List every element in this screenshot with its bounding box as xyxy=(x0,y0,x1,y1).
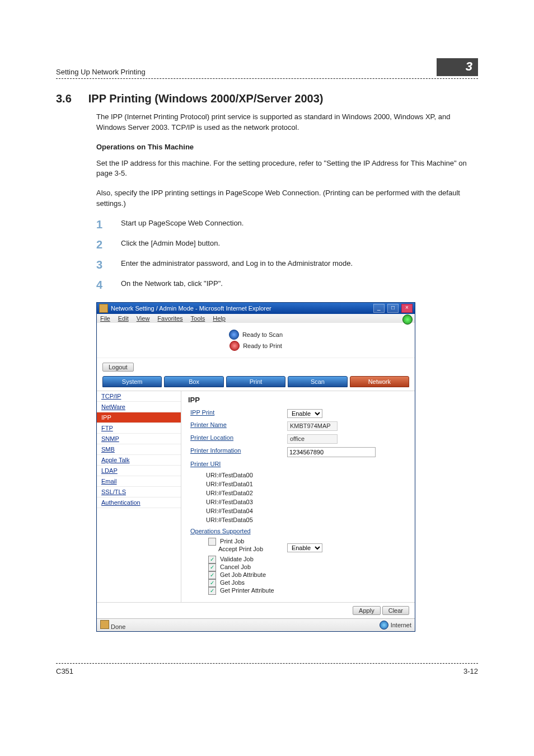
maximize-button[interactable]: □ xyxy=(387,304,399,313)
statusbar-left: Done xyxy=(100,620,125,630)
browser-titlebar: Network Setting / Admin Mode - Microsoft… xyxy=(97,303,415,314)
ready-print-label: Ready to Print xyxy=(243,342,282,349)
checkbox-icon[interactable]: ✓ xyxy=(208,564,216,571)
printer-uri-label[interactable]: Printer URI xyxy=(188,459,408,469)
op-label: Cancel Job xyxy=(220,564,251,570)
scan-dot-icon xyxy=(229,330,239,340)
accept-print-job-select[interactable]: Enable xyxy=(287,543,322,552)
browser-menubar: File Edit View Favorites Tools Help xyxy=(97,314,415,323)
tab-box[interactable]: Box xyxy=(164,376,223,387)
running-head: Setting Up Network Printing xyxy=(56,68,146,76)
menu-edit[interactable]: Edit xyxy=(118,315,129,322)
sidebar-item-tcpip[interactable]: TCP/IP xyxy=(97,391,181,402)
ipp-panel: IPP IPP Print Enable Printer Name xyxy=(181,391,415,603)
chapter-badge: 3 xyxy=(437,58,478,76)
step-text: On the Network tab, click "IPP". xyxy=(121,279,478,289)
browser-statusbar: Done Internet xyxy=(97,618,415,631)
print-dot-icon xyxy=(229,341,240,351)
menu-help[interactable]: Help xyxy=(213,315,226,322)
footer-left: C351 xyxy=(56,667,73,675)
status-banner: Ready to Scan Ready to Print xyxy=(97,323,415,358)
checkbox-icon[interactable]: ✓ xyxy=(208,556,216,564)
app-icon xyxy=(100,620,109,629)
sidebar-item-authentication[interactable]: Authentication xyxy=(97,497,181,508)
uri-item: URI:#TestData02 xyxy=(206,489,406,497)
uri-item: URI:#TestData01 xyxy=(206,480,406,489)
operations-supported-label[interactable]: Operations Supported xyxy=(188,526,408,536)
internet-zone-icon xyxy=(380,621,388,630)
printer-location-value: office xyxy=(287,434,338,444)
sidebar-item-ssltls[interactable]: SSL/TLS xyxy=(97,487,181,497)
panel-heading: IPP xyxy=(188,396,408,404)
printer-name-value: KMBT974MAP xyxy=(287,421,338,431)
step-number: 4 xyxy=(96,279,109,291)
sidebar-item-appletalk[interactable]: Apple Talk xyxy=(97,455,181,466)
op-row: ✓ Get Jobs xyxy=(208,579,406,587)
step-number: 2 xyxy=(96,238,109,251)
ipp-print-select[interactable]: Enable xyxy=(287,409,322,418)
checkbox-icon[interactable]: ✓ xyxy=(208,579,216,587)
uri-item: URI:#TestData00 xyxy=(206,471,406,480)
minimize-button[interactable]: _ xyxy=(373,304,385,313)
printer-information-label[interactable]: Printer Information xyxy=(188,445,285,459)
menu-tools[interactable]: Tools xyxy=(191,315,205,322)
sidebar-item-ldap[interactable]: LDAP xyxy=(97,466,181,476)
sidebar-item-netware[interactable]: NetWare xyxy=(97,402,181,412)
menu-file[interactable]: File xyxy=(100,315,110,322)
clear-button[interactable]: Clear xyxy=(382,606,409,615)
printer-location-label[interactable]: Printer Location xyxy=(188,433,285,445)
op-label: Accept Print Job xyxy=(218,546,263,552)
statusbar-right: Internet xyxy=(391,622,411,628)
tab-print[interactable]: Print xyxy=(226,376,285,387)
tab-scan[interactable]: Scan xyxy=(288,376,347,387)
app-icon xyxy=(99,304,108,313)
close-button[interactable]: × xyxy=(401,304,413,313)
printer-information-input[interactable] xyxy=(287,447,376,457)
checkbox-icon[interactable]: ✓ xyxy=(208,587,216,595)
intro-paragraph: The IPP (Internet Printing Protocol) pri… xyxy=(96,112,478,133)
op-label: Validate Job xyxy=(220,556,254,562)
printer-name-label[interactable]: Printer Name xyxy=(188,420,285,433)
op-label: Print Job xyxy=(220,538,244,544)
op-label: Get Printer Attribute xyxy=(220,587,274,594)
uri-item: URI:#TestData03 xyxy=(206,497,406,506)
section-number: 3.6 xyxy=(56,92,72,105)
tab-system[interactable]: System xyxy=(102,376,162,387)
ops-para-2: Also, specify the IPP printing settings … xyxy=(96,188,478,209)
step-item: 3 Enter the administrator password, and … xyxy=(96,259,478,271)
step-item: 4 On the Network tab, click "IPP". xyxy=(96,279,478,291)
checkbox-icon[interactable] xyxy=(208,538,216,546)
checkbox-icon[interactable]: ✓ xyxy=(208,571,216,579)
menu-favorites[interactable]: Favorites xyxy=(157,315,182,322)
step-item: 2 Click the [Admin Mode] button. xyxy=(96,238,478,251)
tab-network[interactable]: Network xyxy=(350,376,409,387)
admin-tabs: System Box Print Scan Network xyxy=(97,375,415,391)
op-label: Get Job Attribute xyxy=(220,571,266,578)
ready-scan-label: Ready to Scan xyxy=(242,331,283,338)
step-number: 1 xyxy=(96,218,109,231)
sidebar-item-ipp[interactable]: IPP xyxy=(97,412,181,423)
ipp-print-label[interactable]: IPP Print xyxy=(188,407,285,420)
go-button-icon[interactable] xyxy=(402,314,413,325)
browser-window: Network Setting / Admin Mode - Microsoft… xyxy=(96,302,415,632)
uri-item: URI:#TestData05 xyxy=(206,515,406,524)
section-title: IPP Printing (Windows 2000/XP/Server 200… xyxy=(88,92,324,105)
op-row: ✓ Cancel Job xyxy=(208,564,406,571)
step-text: Start up PageScope Web Connection. xyxy=(121,218,478,229)
apply-button[interactable]: Apply xyxy=(353,606,381,615)
uri-item: URI:#TestData04 xyxy=(206,506,406,515)
op-row: ✓ Get Printer Attribute xyxy=(208,587,406,595)
menu-view[interactable]: View xyxy=(137,315,150,322)
window-title: Network Setting / Admin Mode - Microsoft… xyxy=(111,305,271,312)
sidebar-item-email[interactable]: Email xyxy=(97,476,181,487)
sidebar-item-ftp[interactable]: FTP xyxy=(97,423,181,434)
sidebar-item-snmp[interactable]: SNMP xyxy=(97,434,181,444)
operations-subhead: Operations on This Machine xyxy=(96,142,478,153)
step-text: Click the [Admin Mode] button. xyxy=(121,238,478,249)
printer-uri-list: URI:#TestData00 URI:#TestData01 URI:#Tes… xyxy=(206,471,406,524)
footer-right: 3-12 xyxy=(463,667,478,675)
logout-button[interactable]: Logout xyxy=(102,363,134,372)
sidebar-item-smb[interactable]: SMB xyxy=(97,444,181,455)
ops-para-1: Set the IP address for this machine. For… xyxy=(96,158,478,180)
op-row: ✓ Get Job Attribute xyxy=(208,571,406,579)
